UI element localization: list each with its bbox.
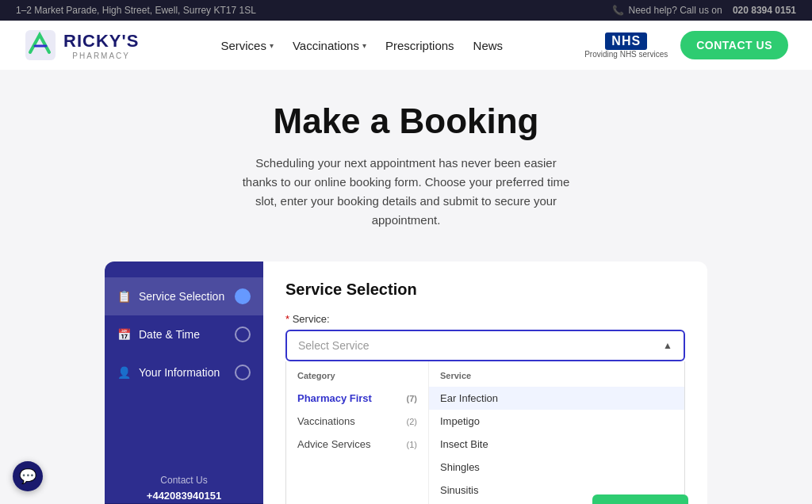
service-list[interactable]: Ear Infection Impetigo Insect Bite Shing…: [429, 387, 684, 504]
service-field-label: * Service:: [285, 313, 685, 325]
sidebar-item-service-selection[interactable]: 📋 Service Selection: [105, 277, 263, 315]
header: RICKY'S PHARMACY Services ▾ Vaccinations…: [0, 21, 812, 70]
category-advice-services[interactable]: Advice Services (1): [286, 433, 428, 456]
hero-section: Make a Booking Scheduling your next appo…: [0, 70, 812, 246]
phone-text: 📞 Need help? Call us on 020 8394 0151: [612, 5, 796, 16]
top-bar: 1–2 Market Parade, High Street, Ewell, S…: [0, 0, 812, 21]
nav-news[interactable]: News: [473, 39, 504, 52]
calendar-icon: 📋: [117, 290, 131, 303]
panel-title: Service Selection: [285, 281, 685, 299]
category-column: Category Pharmacy First (7) Vaccinations…: [286, 361, 429, 504]
service-column: Service Ear Infection Impetigo Insect Bi…: [429, 361, 684, 504]
page-title: Make a Booking: [16, 101, 796, 141]
booking-main-panel: Service Selection * Service: Select Serv…: [263, 262, 707, 504]
nav-prescriptions[interactable]: Prescriptions: [385, 39, 454, 52]
sidebar-item-your-information[interactable]: 👤 Your Information: [105, 353, 263, 391]
service-select-wrapper: Select Service ▲ Category Pharmacy First…: [285, 330, 685, 504]
chevron-up-icon: ▲: [663, 340, 672, 351]
logo-icon: [24, 29, 57, 62]
continue-button[interactable]: Continue: [592, 494, 688, 504]
service-item-shingles[interactable]: Shingles: [429, 456, 684, 479]
chat-bubble[interactable]: 💬: [13, 461, 43, 491]
address-text: 1–2 Market Parade, High Street, Ewell, S…: [16, 5, 256, 16]
hero-subtitle: Scheduling your next appointment has nev…: [239, 154, 573, 230]
date-icon: 📅: [117, 328, 131, 341]
category-vaccinations[interactable]: Vaccinations (2): [286, 410, 428, 433]
chevron-down-icon: ▾: [362, 41, 366, 50]
nav-services[interactable]: Services ▾: [220, 39, 274, 52]
service-item-ear-infection[interactable]: Ear Infection: [429, 387, 684, 410]
step-indicator-3: [235, 365, 251, 380]
category-pharmacy-first[interactable]: Pharmacy First (7): [286, 387, 428, 410]
nhs-badge: NHS Providing NHS services: [584, 32, 668, 59]
header-right: NHS Providing NHS services CONTACT US: [584, 31, 788, 59]
booking-container: 📋 Service Selection 📅 Date & Time 👤 Your…: [105, 262, 707, 504]
service-item-impetigo[interactable]: Impetigo: [429, 410, 684, 433]
sidebar-item-date-time[interactable]: 📅 Date & Time: [105, 315, 263, 353]
service-item-insect-bite[interactable]: Insect Bite: [429, 433, 684, 456]
person-icon: 👤: [117, 366, 131, 379]
phone-icon: 📞: [612, 5, 624, 16]
step-indicator-2: [235, 326, 251, 342]
chat-icon: 💬: [19, 468, 36, 485]
logo[interactable]: RICKY'S PHARMACY: [24, 29, 139, 62]
service-dropdown: Category Pharmacy First (7) Vaccinations…: [285, 361, 685, 504]
service-select[interactable]: Select Service ▲: [285, 330, 685, 361]
step-indicator-1: [235, 288, 251, 304]
chevron-down-icon: ▾: [270, 41, 274, 50]
sidebar-contact: Contact Us +442083940151: [105, 473, 263, 504]
logo-text: RICKY'S PHARMACY: [63, 31, 139, 60]
booking-sidebar: 📋 Service Selection 📅 Date & Time 👤 Your…: [105, 262, 263, 504]
nav-vaccinations[interactable]: Vaccinations ▾: [293, 39, 366, 52]
contact-us-button[interactable]: CONTACT US: [680, 31, 788, 59]
main-nav: Services ▾ Vaccinations ▾ Prescriptions …: [220, 39, 503, 52]
